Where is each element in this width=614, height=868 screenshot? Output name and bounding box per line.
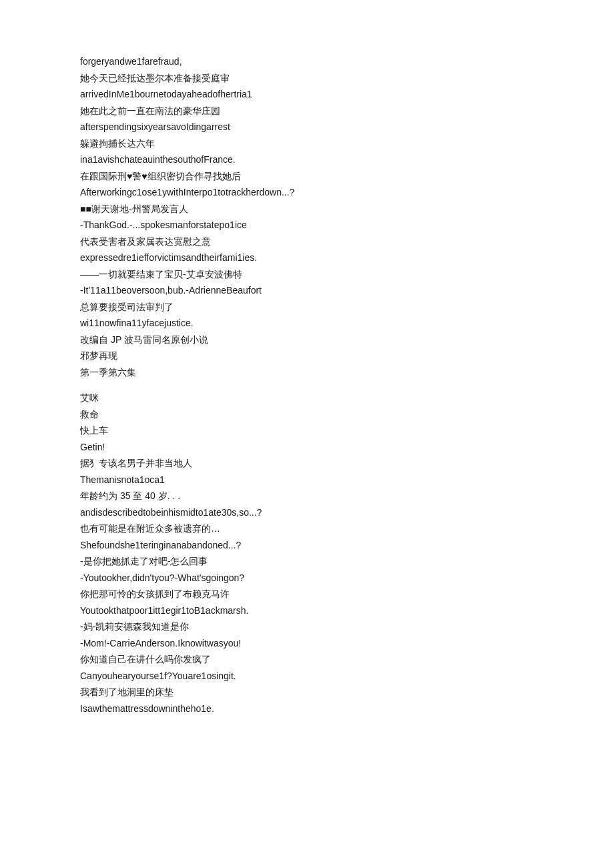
subtitle-line: 在跟国际刑♥警♥组织密切合作寻找她后: [80, 168, 534, 185]
subtitle-line: arrivedInMe1bournetodayaheadofhertria1: [80, 86, 534, 103]
subtitle-line: wi11nowfina11yfacejustice.: [80, 315, 534, 332]
subtitle-line: 她今天已经抵达墨尔本准备接受庭审: [80, 70, 534, 87]
subtitle-line: 第一季第六集: [80, 364, 534, 381]
subtitle-line: expressedre1iefforvictimsandtheirfami1ie…: [80, 250, 534, 266]
subtitle-line: Isawthemattressdowninthehо1e.: [80, 701, 534, 717]
subtitle-line: Youtookthatpoor1itt1egir1toB1ackmarsh.: [80, 602, 534, 619]
subtitle-line: 艾咪: [80, 390, 534, 406]
subtitle-line: Shefoundshe1teringinanabandoned...?: [80, 537, 534, 554]
subtitle-line: 躲避拘捕长达六年: [80, 135, 534, 152]
subtitle-line: ■■谢天谢地-州警局发言人: [80, 201, 534, 218]
subtitle-line: 快上车: [80, 422, 534, 439]
subtitle-line: 也有可能是在附近众多被遗弃的…: [80, 520, 534, 537]
subtitle-line: Afterworkingc1ose1ywithInterpo1totrackhe…: [80, 184, 534, 201]
subtitle-line: 年龄约为 35 至 40 岁. . .: [80, 488, 534, 504]
subtitle-line: forgeryandwe1farefraud,: [80, 53, 534, 70]
subtitle-line: andisdescribedtobeinhismidto1ate30s,so..…: [80, 504, 534, 521]
subtitle-line: ina1avishchateauinthesouthofFrance.: [80, 151, 534, 168]
subtitle-line: 据犭专该名男子并非当地人: [80, 455, 534, 472]
subtitle-line: 改编自 JP 波马雷同名原创小说: [80, 332, 534, 348]
subtitle-line: -是你把她抓走了对吧-怎么回事: [80, 553, 534, 570]
subtitle-line: -ThankGod.-...spokesmanforstatepo1ice: [80, 217, 534, 234]
subtitle-line: ——一切就要结束了宝贝-艾卓安波佛特: [80, 266, 534, 283]
subtitle-line: 总算要接受司法审判了: [80, 299, 534, 316]
subtitle-line: 你把那可怜的女孩抓到了布赖克马许: [80, 586, 534, 602]
subtitle-line: 邪梦再现: [80, 348, 534, 364]
subtitle-line: 你知道自己在讲什么吗你发疯了: [80, 651, 534, 668]
subtitle-line: Getin!: [80, 439, 534, 456]
subtitle-line: afterspendingsixyearsavoIdingarrest: [80, 119, 534, 135]
subtitle-line: 我看到了地洞里的床垫: [80, 684, 534, 701]
subtitle-line: Canyouhearyourse1f?Youare1osingit.: [80, 668, 534, 685]
subtitle-line: 她在此之前一直在南法的豪华庄园: [80, 103, 534, 119]
spacer-line: [80, 380, 534, 390]
subtitle-line: Themanisnota1oca1: [80, 472, 534, 488]
subtitle-line: 代表受害者及家属表达宽慰之意: [80, 234, 534, 250]
subtitle-line: -妈-凯莉安德森我知道是你: [80, 618, 534, 635]
subtitle-line: -Youtookher,didn'tyou?-What'sgoingon?: [80, 570, 534, 586]
subtitle-line: 救命: [80, 406, 534, 423]
subtitle-line: -It'11a11beoversoon,bub.-AdrienneBeaufor…: [80, 282, 534, 299]
subtitle-line: -Mom!-CarrieAnderson.Iknowitwasyou!: [80, 635, 534, 652]
subtitle-content: forgeryandwe1farefraud,她今天已经抵达墨尔本准备接受庭审a…: [80, 53, 534, 717]
